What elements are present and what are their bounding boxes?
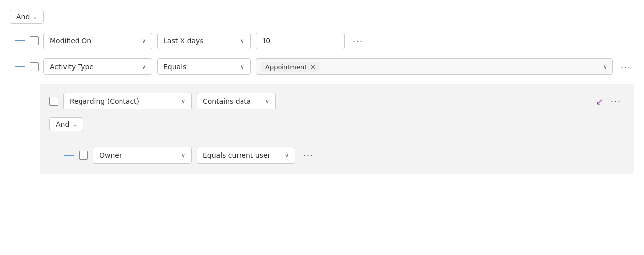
row2-value-field[interactable]: Appointment × ∨ — [256, 58, 613, 75]
nested-operator-chevron: ∨ — [265, 98, 269, 105]
nested-more-button[interactable]: ··· — [608, 94, 624, 109]
row1-field-chevron: ∨ — [142, 38, 146, 44]
inner-field-label: Owner — [99, 151, 122, 159]
inner-connector — [59, 155, 74, 156]
row2-checkbox[interactable] — [30, 62, 39, 71]
inner-operator-chevron: ∨ — [285, 152, 289, 159]
row2-tag: Appointment × — [261, 62, 320, 72]
inner-field-select[interactable]: Owner ∨ — [93, 147, 192, 164]
nested-operator-select[interactable]: Contains data ∨ — [197, 93, 276, 109]
row2-value-chevron: ∨ — [604, 64, 607, 70]
row1-more-button[interactable]: ··· — [350, 34, 366, 48]
row2-field-label: Activity Type — [50, 63, 94, 71]
row1-value-input[interactable] — [256, 33, 345, 49]
row2-tag-label: Appointment — [265, 63, 307, 71]
inner-more-button[interactable]: ··· — [300, 148, 317, 163]
top-and-label: And — [16, 13, 30, 21]
nested-field-chevron: ∨ — [181, 98, 185, 105]
inner-operator-select[interactable]: Equals current user ∨ — [197, 147, 295, 164]
nested-and-label: And — [56, 120, 69, 128]
nested-field-label: Regarding (Contact) — [70, 97, 139, 105]
row1-checkbox[interactable] — [30, 36, 39, 45]
collapse-icon[interactable]: ↙ — [596, 96, 603, 107]
inner-checkbox[interactable] — [79, 151, 88, 160]
row2-more-button[interactable]: ··· — [618, 60, 634, 74]
row2-operator-chevron: ∨ — [241, 64, 244, 70]
nested-checkbox[interactable] — [49, 97, 58, 106]
row1-connector — [10, 40, 25, 41]
nested-and-chevron: ⌄ — [72, 121, 77, 128]
row2-field-chevron: ∨ — [142, 64, 146, 70]
nested-group-row: Regarding (Contact) ∨ Contains data ∨ ↙ … — [49, 93, 624, 109]
row1-field-label: Modified On — [50, 37, 91, 45]
row1-operator-select[interactable]: Last X days ∨ — [157, 33, 251, 49]
nested-group: Regarding (Contact) ∨ Contains data ∨ ↙ … — [40, 84, 634, 174]
row1-operator-label: Last X days — [163, 37, 203, 45]
row2-operator-select[interactable]: Equals ∨ — [157, 58, 251, 75]
row2-tag-close[interactable]: × — [310, 63, 316, 71]
top-and-chevron: ⌄ — [33, 14, 37, 20]
filter-row-1: Modified On ∨ Last X days ∨ ··· — [10, 33, 634, 49]
top-and-button[interactable]: And ⌄ — [10, 10, 44, 24]
row2-connector — [10, 66, 25, 67]
filter-row-2: Activity Type ∨ Equals ∨ Appointment × ∨… — [10, 58, 634, 75]
row1-field-select[interactable]: Modified On ∨ — [43, 33, 152, 49]
row1-operator-chevron: ∨ — [241, 38, 244, 44]
row2-operator-label: Equals — [163, 63, 186, 71]
nested-and-section: And ⌄ — [49, 117, 624, 140]
nested-operator-label: Contains data — [203, 97, 251, 105]
inner-filter-row: Owner ∨ Equals current user ∨ ··· — [59, 147, 624, 164]
nested-field-select[interactable]: Regarding (Contact) ∨ — [63, 93, 192, 109]
row2-field-select[interactable]: Activity Type ∨ — [43, 58, 152, 75]
inner-operator-label: Equals current user — [203, 151, 270, 159]
nested-and-button[interactable]: And ⌄ — [49, 117, 83, 131]
inner-field-chevron: ∨ — [181, 152, 185, 159]
